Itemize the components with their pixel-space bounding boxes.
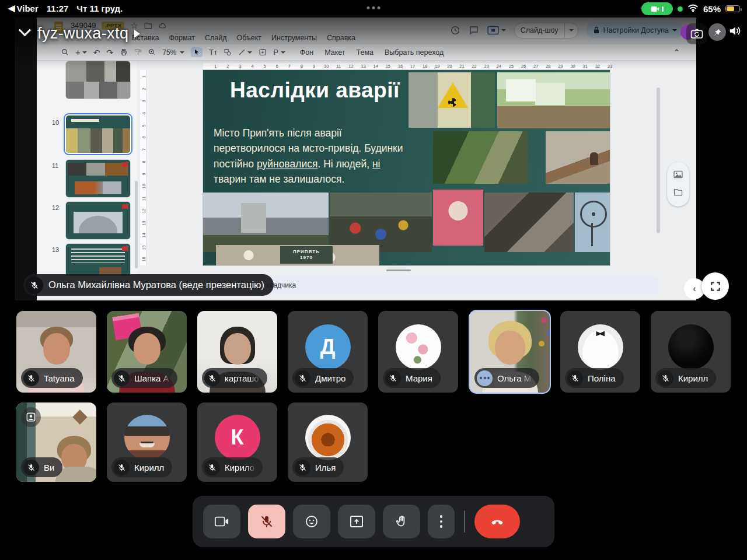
name-pill: Дмитро xyxy=(292,368,354,388)
slides-menubar: ВставкаФорматСлайдОбъектИнструментыСправ… xyxy=(132,34,355,42)
participant-tile-Кирилл[interactable]: Кирилл xyxy=(651,311,731,393)
comments-icon[interactable] xyxy=(469,25,479,36)
zoom-tool-icon[interactable] xyxy=(148,48,156,56)
ipad-screen: ◀ Viber 11:27 Чт 11 груд. 65% xyxy=(0,0,747,560)
access-settings-button[interactable]: Настройки Доступа xyxy=(587,22,683,38)
slideshow-button[interactable]: Слайд-шоу xyxy=(514,23,578,38)
toolbar-button-Макет[interactable]: Макет xyxy=(324,48,345,57)
thumbnail-slide-12[interactable] xyxy=(66,202,130,239)
participant-tile-Мария[interactable]: Мария xyxy=(378,311,458,393)
multitask-dots xyxy=(367,6,381,9)
name-pill: карташо xyxy=(202,368,267,388)
participant-name: Tatyana xyxy=(44,373,75,383)
reactions-button[interactable] xyxy=(293,505,330,538)
select-cursor-tool[interactable] xyxy=(191,47,203,57)
avatar: К xyxy=(215,415,260,460)
menu-Слайд[interactable]: Слайд xyxy=(205,34,227,42)
print-icon[interactable] xyxy=(120,48,128,56)
zoom-level-select[interactable]: 75% xyxy=(162,49,184,56)
slides-toolbar: + ↶ ↷ 75% Tт xyxy=(37,44,696,61)
collapse-toolbar-icon[interactable]: ⌃ xyxy=(673,48,680,57)
meeting-room-code[interactable]: fyz-wuxa-xtq xyxy=(37,24,128,43)
participant-tile-Шапка А[interactable]: Шапка А xyxy=(107,311,187,393)
paint-format-icon[interactable] xyxy=(134,48,142,56)
menu-Справка[interactable]: Справка xyxy=(327,34,355,42)
participant-tile-карташо[interactable]: карташо xyxy=(197,311,277,393)
name-pill: Поліна xyxy=(565,368,624,388)
present-screen-button[interactable] xyxy=(338,505,375,538)
participant-tile-Ольга М[interactable]: Ольга М xyxy=(470,311,550,393)
filmstrip-scrollbar[interactable] xyxy=(135,181,138,268)
ios-status-bar: ◀ Viber 11:27 Чт 11 груд. 65% xyxy=(0,0,747,16)
slides-toolbar-textbtns: ФонМакетТемаВыбрать переход xyxy=(300,48,444,57)
screen-share-region[interactable]: 349049 .PPTX ☆ ВставкаФорматСлайдОбъектИ… xyxy=(15,18,696,300)
participant-tile-Tatyana[interactable]: Tatyana xyxy=(16,311,96,393)
thumbnail-slide-9-partial[interactable] xyxy=(66,61,130,99)
toolbar-button-Тема[interactable]: Тема xyxy=(357,48,374,57)
cloud-status-icon[interactable] xyxy=(158,22,167,29)
canvas-scrollbar[interactable] xyxy=(657,88,660,233)
redo-icon[interactable]: ↷ xyxy=(107,48,114,57)
zoom-add-tool[interactable]: + xyxy=(75,48,87,57)
menu-Формат[interactable]: Формат xyxy=(169,34,194,42)
insert-image-tool[interactable] xyxy=(259,48,267,56)
textbox-tool[interactable]: Tт xyxy=(209,48,217,56)
slide-editor-page[interactable]: Наслідки аварії Місто Прип'ять після ава… xyxy=(203,70,610,265)
chevron-down-icon[interactable] xyxy=(19,24,31,36)
participant-tile-Поліна[interactable]: Поліна xyxy=(560,311,640,393)
participant-name: Шапка А xyxy=(134,373,169,383)
participant-name: Мария xyxy=(406,373,432,383)
speaker-volume-icon[interactable] xyxy=(728,24,742,40)
present-mode-icon[interactable] xyxy=(487,26,506,35)
back-to-app-button[interactable]: ◀ Viber xyxy=(8,3,39,13)
self-camera-effects-icon[interactable] xyxy=(21,407,41,427)
participant-name: Ольга М xyxy=(497,373,531,383)
name-pill: Кирило xyxy=(202,457,263,477)
insert-image-side-icon[interactable] xyxy=(673,170,683,181)
line-tool[interactable] xyxy=(238,48,252,56)
participant-tile-Кирилл[interactable]: Кирилл xyxy=(107,402,187,482)
back-app-label: Viber xyxy=(17,4,39,13)
pin-button[interactable] xyxy=(708,23,726,41)
thumbnail-slide-10[interactable] xyxy=(66,116,130,153)
menu-Объект[interactable]: Объект xyxy=(236,34,261,42)
vertical-ruler: 12345678910111213141516 xyxy=(140,70,147,265)
toolbar-button-Фон[interactable]: Фон xyxy=(300,48,313,57)
back-arrow-icon: ◀ xyxy=(8,3,15,13)
notes-drag-handle[interactable] xyxy=(386,270,411,271)
raise-hand-button[interactable] xyxy=(383,505,420,538)
microphone-button[interactable] xyxy=(248,505,285,538)
name-pill: Ольга М xyxy=(474,368,539,388)
photo-pripyat-panorama xyxy=(203,192,329,252)
mic-muted-icon xyxy=(385,370,401,386)
version-history-icon[interactable] xyxy=(450,25,460,36)
avatar: Д xyxy=(305,324,351,370)
name-pill: Ви xyxy=(21,457,62,477)
menu-Инструменты[interactable]: Инструменты xyxy=(271,34,317,42)
participant-name: Илья xyxy=(315,463,336,473)
participant-tile-Кирило[interactable]: ККирило xyxy=(197,402,277,482)
thumbnail-slide-11[interactable] xyxy=(66,160,130,197)
participant-tile-Ви[interactable]: Ви xyxy=(16,402,96,482)
format-options-tool[interactable]: P xyxy=(273,48,285,56)
mic-muted-icon xyxy=(114,460,130,475)
flip-camera-button[interactable] xyxy=(686,23,707,44)
mic-muted-icon xyxy=(658,370,673,386)
more-options-button[interactable] xyxy=(428,505,455,538)
camera-button[interactable] xyxy=(203,505,240,538)
horizontal-ruler: 1234567891011121314151617181920212223242… xyxy=(203,63,610,70)
folder-side-icon[interactable] xyxy=(673,188,683,198)
slide-filmstrip: 10 11 12 13 xyxy=(37,61,137,276)
participant-tile-Илья[interactable]: Илья xyxy=(288,402,368,482)
mic-muted-icon xyxy=(114,370,130,386)
end-call-button[interactable] xyxy=(474,505,520,538)
shape-tool[interactable] xyxy=(224,48,232,56)
undo-icon[interactable]: ↶ xyxy=(93,48,100,57)
search-tool-icon[interactable] xyxy=(61,48,69,56)
move-folder-icon[interactable] xyxy=(144,22,152,29)
participant-tile-Дмитро[interactable]: ДДмитро xyxy=(288,311,368,393)
fullscreen-button[interactable] xyxy=(701,272,729,300)
slide-body-text: Місто Прип'ять після аварії перетворилос… xyxy=(214,125,409,187)
toolbar-button-Выбрать переход[interactable]: Выбрать переход xyxy=(385,48,444,57)
slideshow-dropdown[interactable] xyxy=(564,23,578,38)
